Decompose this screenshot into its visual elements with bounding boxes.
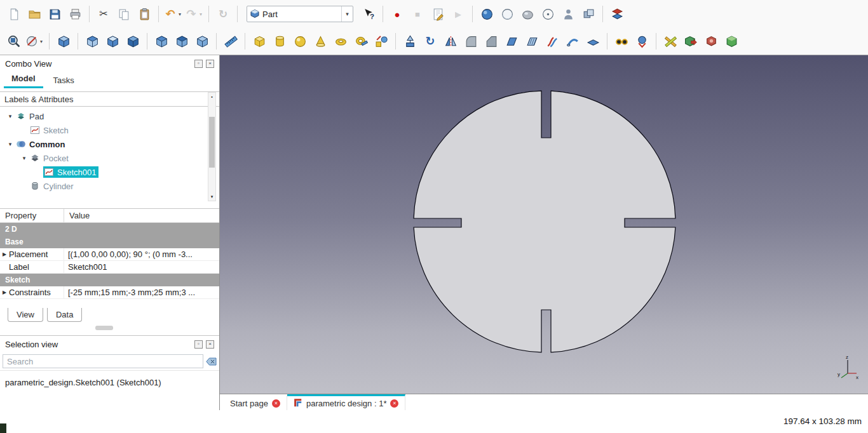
macro-edit-button[interactable] (428, 4, 447, 23)
tree-item-hit-area[interactable]: Sketch001 (43, 166, 98, 178)
selection-view-close-button[interactable]: × (206, 340, 214, 349)
workbench-selector[interactable]: Part▾ (247, 6, 353, 22)
defeaturing-button[interactable] (632, 32, 651, 51)
revolve-button[interactable]: ↻ (421, 32, 440, 51)
primitive-tube-button[interactable] (351, 32, 370, 51)
convert-to-solid-button[interactable] (722, 32, 741, 51)
view-bottom-button[interactable] (172, 32, 191, 51)
tree-item-common[interactable]: ▾Common (0, 137, 219, 151)
view-front-button[interactable] (83, 32, 102, 51)
sweep-button[interactable] (563, 32, 582, 51)
wireframe-sphere-button[interactable] (498, 4, 517, 23)
tree-item-hit-area[interactable]: Sketch (29, 124, 71, 136)
macro-record-button[interactable]: ● (388, 4, 407, 23)
primitive-cone-button[interactable] (311, 32, 330, 51)
view-isometric-button[interactable] (54, 32, 73, 51)
dropdown-caret-icon[interactable]: ▾ (38, 39, 44, 44)
tab-tasks[interactable]: Tasks (46, 74, 82, 88)
expander-down-icon[interactable]: ▾ (5, 141, 15, 147)
selection-view-float-button[interactable]: ▫ (194, 340, 203, 349)
view-top-button[interactable] (103, 32, 122, 51)
clear-search-button[interactable] (206, 357, 217, 366)
save-document-button[interactable] (45, 4, 64, 23)
whats-this-button[interactable]: ? (359, 4, 378, 23)
bounding-boxes-button[interactable] (579, 4, 598, 23)
extrude-button[interactable] (400, 32, 419, 51)
draw-style-button[interactable]: ▾ (25, 32, 44, 51)
tree-item-sketch[interactable]: Sketch (0, 123, 219, 137)
model-disk[interactable] (220, 55, 868, 394)
property-row-constraints[interactable]: ▶Constraints[-25 mm;15 mm;-3 mm;25 mm;3 … (0, 286, 219, 299)
refresh-button[interactable]: ↻ (214, 4, 233, 23)
fillet-button[interactable] (461, 32, 480, 51)
tree-item-pocket[interactable]: ▾Pocket (0, 151, 219, 165)
tree-item-hit-area[interactable]: Common (15, 138, 67, 150)
primitive-cylinder-button[interactable] (270, 32, 289, 51)
expander-right-icon[interactable]: ▶ (0, 290, 9, 295)
cross-sections-button[interactable] (661, 32, 680, 51)
shaded-sphere-button[interactable] (477, 4, 496, 23)
macro-stop-button[interactable]: ■ (408, 4, 427, 23)
scroll-up-icon[interactable]: ▪ (208, 93, 215, 100)
flat-sphere-button[interactable] (518, 4, 537, 23)
check-geometry-button[interactable] (612, 32, 631, 51)
expander-right-icon[interactable]: ▶ (0, 251, 9, 257)
tab-model[interactable]: Model (4, 72, 43, 88)
search-input[interactable] (3, 354, 203, 368)
loft-button[interactable] (543, 32, 562, 51)
chevron-down-icon[interactable]: ▾ (341, 6, 353, 22)
texture-figure-button[interactable] (559, 4, 578, 23)
tree-item-pad[interactable]: ▾Pad (0, 109, 219, 123)
make-face-button[interactable] (502, 32, 521, 51)
print-button[interactable] (65, 4, 85, 23)
resize-grip[interactable] (0, 423, 6, 433)
dropdown-caret-icon[interactable]: ▾ (177, 11, 183, 17)
dropdown-caret-icon[interactable]: ▾ (198, 11, 204, 17)
scroll-down-icon[interactable]: ▾ (208, 193, 215, 201)
combo-view-close-button[interactable]: × (206, 60, 214, 68)
combo-view-float-button[interactable]: ▫ (194, 60, 203, 68)
view-right-button[interactable] (123, 32, 142, 51)
view-left-button[interactable] (193, 32, 212, 51)
tree-item-hit-area[interactable]: Pad (15, 110, 46, 122)
primitive-torus-button[interactable] (331, 32, 350, 51)
paste-button[interactable] (135, 4, 154, 23)
export-solid-button[interactable] (681, 32, 700, 51)
undo-button[interactable]: ↶▾ (163, 4, 183, 23)
property-row-label[interactable]: LabelSketch001 (0, 261, 219, 274)
fit-all-button[interactable] (4, 32, 24, 51)
measure-button[interactable] (221, 32, 240, 51)
expander-down-icon[interactable]: ▾ (5, 113, 15, 119)
property-row-placement[interactable]: ▶Placement[(1,00 0,00 0,00); 90 °; (0 mm… (0, 248, 219, 261)
redo-button[interactable]: ↷▾ (184, 4, 204, 23)
tree-item-hit-area[interactable]: Pocket (29, 152, 71, 164)
close-tab-icon[interactable]: × (272, 399, 280, 408)
scrollbar-thumb[interactable] (209, 117, 215, 168)
property-value[interactable]: [(1,00 0,00 0,00); 90 °; (0 mm -3... (64, 248, 219, 260)
tree-scrollbar[interactable]: ▪ ▾ (208, 92, 216, 201)
expander-down-icon[interactable]: ▾ (19, 155, 29, 161)
copy-button[interactable] (114, 4, 133, 23)
mirror-button[interactable] (441, 32, 460, 51)
chamfer-button[interactable] (482, 32, 501, 51)
viewport-3d[interactable]: z y x (220, 55, 868, 394)
horizontal-scrollbar-thumb[interactable] (95, 326, 113, 330)
new-document-button[interactable] (4, 4, 24, 23)
cut-button[interactable]: ✂ (94, 4, 113, 23)
tab-data[interactable]: Data (47, 308, 82, 322)
cross-section-button[interactable] (583, 32, 602, 51)
document-tab[interactable]: parametric design : 1*× (287, 394, 405, 410)
tree-item-hit-area[interactable]: Cylinder (29, 180, 76, 192)
refine-shape-button[interactable] (702, 32, 721, 51)
macro-play-button[interactable]: ▶ (449, 4, 468, 23)
primitive-sphere-button[interactable] (290, 32, 309, 51)
open-document-button[interactable] (25, 4, 44, 23)
shape-builder-button[interactable] (372, 32, 391, 51)
primitive-box-button[interactable] (250, 32, 269, 51)
stacked-layers-button[interactable] (607, 4, 627, 23)
tab-view[interactable]: View (8, 308, 43, 322)
tree-item-sketch001[interactable]: Sketch001 (0, 165, 219, 179)
property-value[interactable]: Sketch001 (64, 261, 219, 273)
document-tab[interactable]: Start page× (224, 394, 287, 410)
tree-item-cylinder[interactable]: Cylinder (0, 179, 219, 193)
